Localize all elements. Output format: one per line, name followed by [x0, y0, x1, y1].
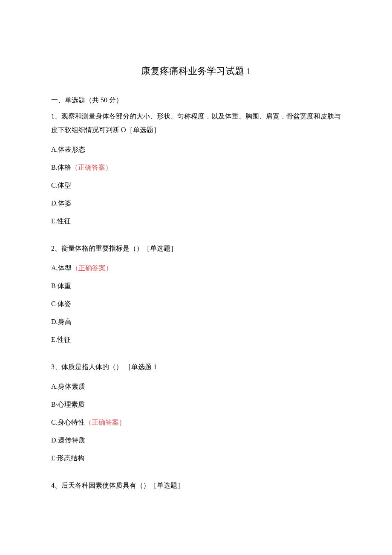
option-label: C.身心特性 — [51, 419, 85, 426]
question-1-option-b: B.体格（正确答案） — [51, 162, 341, 173]
question-3-text: 3、体质是指人体的（） ［单选题 1 — [51, 360, 341, 374]
question-3-option-d: D.遗传特质 — [51, 435, 341, 445]
question-3-option-c: C.身心特性（正确答案｝ — [51, 417, 341, 428]
question-3-option-b: B·心理素质 — [51, 399, 341, 410]
question-1-option-d: D.体姿 — [51, 198, 341, 208]
option-label: B.体格 — [51, 164, 71, 171]
correct-answer-mark: （正确答案｝ — [85, 419, 126, 426]
question-2-text: 2、衡量体格的重要指标是（）［单选题］ — [51, 242, 341, 255]
correct-answer-mark: （正确答案） — [71, 164, 112, 171]
question-1-text: 1、观察和测量身体各部分的大小、形状、匀称程度，以及体重、胸围、肩宽，骨盆宽度和… — [51, 110, 341, 137]
question-3-option-e: E·形态结构 — [51, 453, 341, 463]
question-2-option-a: A,体型（正确答案） — [51, 263, 341, 273]
question-2-option-e: E.性征 — [51, 335, 341, 345]
question-1-option-c: C.体型 — [51, 180, 341, 191]
page-title: 康复疼痛科业务学习试题 1 — [51, 64, 341, 78]
question-2-option-b: B 体重 — [51, 281, 341, 291]
question-2-option-c: C 体姿 — [51, 299, 341, 309]
option-label: A,体型 — [51, 264, 72, 272]
question-2-option-d: D.身高 — [51, 317, 341, 327]
question-4-text: 4、后天各种因素使体质具有（）［单选题］ — [51, 479, 341, 492]
section-header: 一、单选题（共 50 分） — [51, 95, 341, 105]
correct-answer-mark: （正确答案） — [72, 264, 112, 272]
question-3-option-a: A.身体素质 — [51, 382, 341, 392]
question-1-option-a: A.体表形态 — [51, 145, 341, 155]
question-1-option-e: E.性征 — [51, 216, 341, 226]
